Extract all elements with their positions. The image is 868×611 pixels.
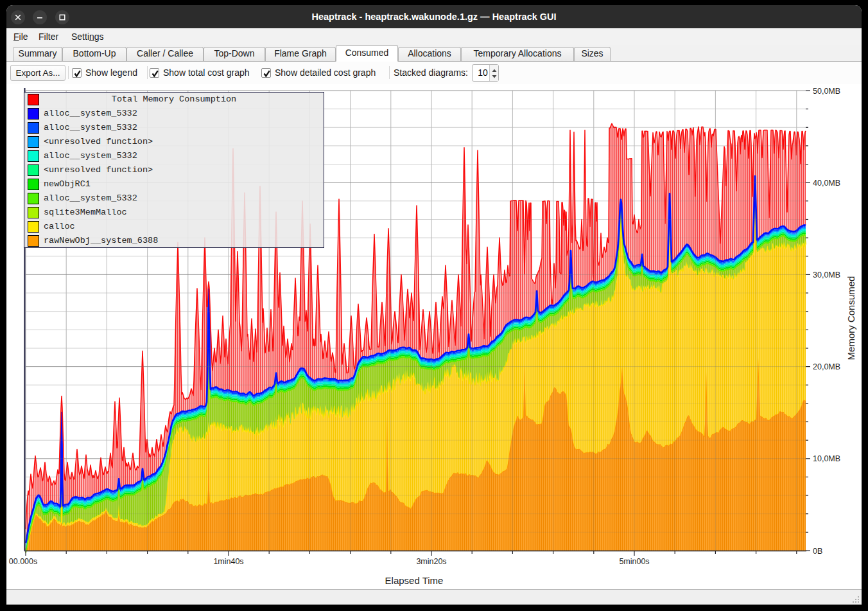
svg-text:10,0MB: 10,0MB	[813, 454, 840, 463]
svg-text:40,0MB: 40,0MB	[813, 179, 840, 188]
svg-text:20,0MB: 20,0MB	[813, 362, 840, 371]
svg-text:5min00s: 5min00s	[619, 557, 649, 566]
svg-text:Elapsed Time: Elapsed Time	[385, 575, 444, 586]
svg-text:3min20s: 3min20s	[416, 557, 446, 566]
svg-text:50,0MB: 50,0MB	[813, 87, 840, 96]
svg-text:00.000s: 00.000s	[9, 557, 37, 566]
svg-text:1min40s: 1min40s	[213, 557, 243, 566]
svg-text:30,0MB: 30,0MB	[813, 270, 840, 279]
svg-text:0B: 0B	[813, 547, 822, 556]
svg-text:Memory Consumed: Memory Consumed	[846, 276, 856, 360]
